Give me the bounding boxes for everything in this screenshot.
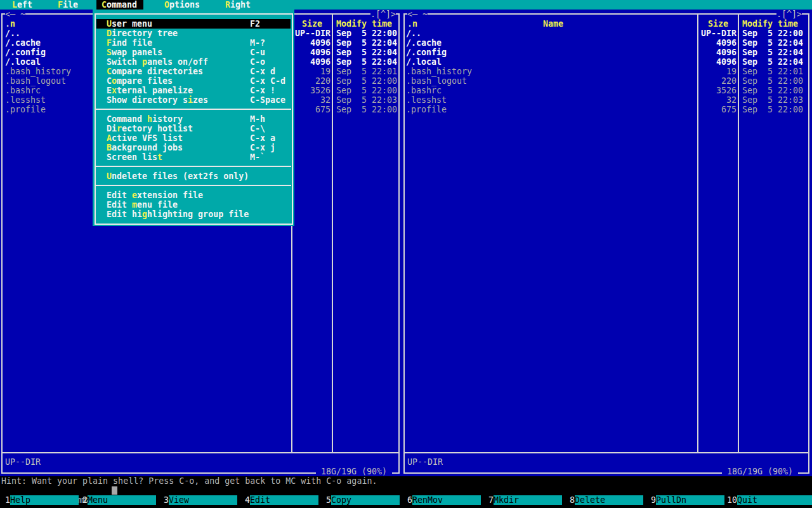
menu-item-edit-menu-file[interactable]: Edit menu file [96,200,291,210]
menu-item-active-vfs-list[interactable]: Active VFS listC-x a [96,133,291,143]
fkey-number: 10 [727,495,737,505]
menu-item-show-directory-sizes[interactable]: Show directory sizesC-Space [96,95,291,105]
shortcut: C-Space [250,95,285,105]
menubar-item-file[interactable]: File [58,0,78,10]
shortcut: C-o [250,57,265,67]
text-cursor [112,486,117,495]
menu-separator [96,185,291,186]
menu-item-switch-panels-on-off[interactable]: Switch panels on/offC-o [96,57,291,67]
right-header-mtime[interactable]: Modify time [742,19,798,29]
menu-item-edit-extension-file[interactable]: Edit extension file [96,190,291,200]
fkey-mkdir-button[interactable]: Mkdir [494,495,562,505]
right-panel-ministatus: UP--DIR [407,457,443,467]
command-menu: User menuF2 Directory tree Find fileM-? … [93,10,294,226]
left-header-mtime[interactable]: Modify time [336,19,392,29]
shortcut: C-\ [250,124,265,133]
menu-item-compare-directories[interactable]: Compare directoriesC-x d [96,67,291,76]
fkey-number: 3 [164,495,169,505]
fkey-number: 8 [570,495,575,505]
menu-separator [96,109,291,110]
menubar-item-options[interactable]: Options [164,0,200,10]
fkey-help-button[interactable]: Help [10,495,79,505]
right-header-size[interactable]: Size [708,19,728,29]
fkey-pulldn-button[interactable]: PullDn [656,495,724,505]
menubar-item-command[interactable]: Command [102,0,137,10]
shortcut: F2 [250,19,260,29]
shortcut: M-h [250,114,265,124]
shortcut: M-? [250,38,265,48]
menu-item-user-menu[interactable]: User menuF2 [96,19,291,29]
right-header-name[interactable]: Name [543,19,563,29]
fkey-menu-button[interactable]: Menu [88,495,156,505]
left-header-size[interactable]: Size [302,19,322,29]
fkey-number: 6 [407,495,412,505]
left-panel-updir-button[interactable]: .[^]> [370,10,396,19]
menu-item-directory-hotlist[interactable]: Directory hotlistC-\ [96,124,291,133]
fkey-edit-button[interactable]: Edit [250,495,318,505]
fkey-number: 2 [82,495,88,505]
menu-bar: Left File Command Options Right [0,0,812,10]
shortcut: M-` [250,152,265,162]
shortcut: C-u [250,48,265,57]
fkey-copy-button[interactable]: Copy [331,495,400,505]
shortcut: C-x ! [250,86,275,95]
menu-item-undelete-files[interactable]: Undelete files (ext2fs only) [96,171,291,181]
right-panel-freespace: 18G/19G (90%) [722,467,798,476]
fkey-number: 9 [651,495,656,505]
hidden-files-dot: . [407,19,412,29]
shortcut: C-x C-d [250,76,285,86]
fkey-renmov-button[interactable]: RenMov [412,495,481,505]
left-panel-ministatus: UP--DIR [5,457,41,467]
shortcut: C-x d [250,67,275,76]
fkey-delete-button[interactable]: Delete [575,495,643,505]
menu-item-find-file[interactable]: Find fileM-? [96,38,291,48]
fkey-number: 1 [5,495,10,505]
menu-item-screen-list[interactable]: Screen listM-` [96,152,291,162]
menu-item-swap-panels[interactable]: Swap panelsC-u [96,48,291,57]
left-panel-freespace: 18G/19G (90%) [316,467,392,476]
menu-item-background-jobs[interactable]: Background jobsC-x j [96,143,291,152]
sort-key: n [412,19,417,29]
menu-item-directory-tree[interactable]: Directory tree [96,29,291,38]
fkey-number: 4 [245,495,250,505]
menu-separator [96,166,291,167]
fkey-number: 7 [488,495,494,505]
fkey-number: 5 [326,495,331,505]
menu-item-compare-files[interactable]: Compare filesC-x C-d [96,76,291,86]
left-panel-ministatus-divider [3,452,398,453]
menu-item-command-history[interactable]: Command historyM-h [96,114,291,124]
menubar-item-right[interactable]: Right [225,0,251,10]
right-panel-path[interactable]: <─ ~ [407,10,428,19]
menubar-item-left[interactable]: Left [12,0,32,10]
mc-screen: <─ ~ .[^]> .n Name Size Modify time /..U… [0,0,812,508]
right-panel-updir-button[interactable]: .[^]> [776,10,802,19]
shortcut: C-x j [250,143,275,152]
right-sort-indicator[interactable]: .n [407,19,417,29]
menu-item-edit-highlighting-group-file[interactable]: Edit highlighting group file [96,210,291,219]
shortcut: C-x a [250,133,275,143]
menu-item-external-panelize[interactable]: External panelizeC-x ! [96,86,291,95]
command-line[interactable]: midnight@commander:~$ [0,486,812,495]
hint-line: Hint: Want your plain shell? Press C-o, … [1,476,377,486]
fkey-quit-button[interactable]: Quit [737,495,812,505]
fkey-view-button[interactable]: View [169,495,237,505]
right-panel-ministatus-divider [405,452,808,453]
